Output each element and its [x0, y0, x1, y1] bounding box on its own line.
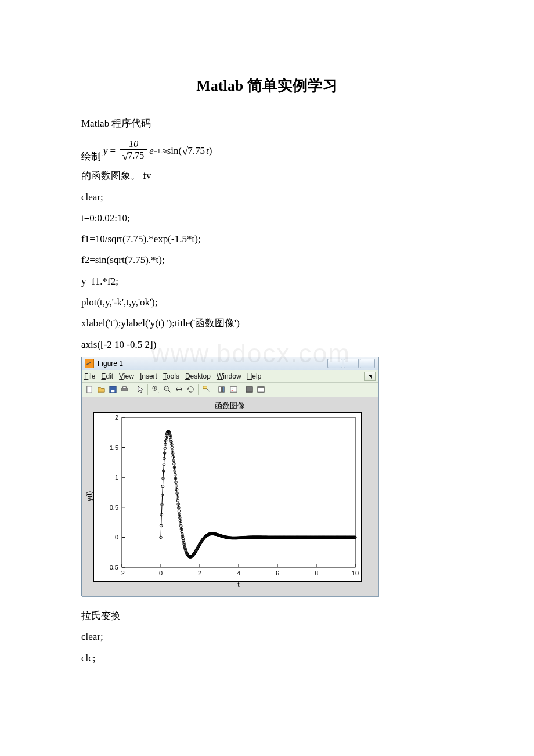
- svg-text:0: 0: [115, 534, 118, 541]
- menu-bar: File Edit View Insert Tools Desktop Wind…: [82, 370, 378, 383]
- menu-help[interactable]: Help: [247, 372, 262, 380]
- menu-dropdown-icon[interactable]: ◥: [364, 372, 376, 381]
- doc-title: Matlab 简单实例学习: [81, 75, 453, 96]
- svg-rect-15: [222, 387, 224, 392]
- rotate-icon[interactable]: [185, 384, 196, 395]
- section-heading: Matlab 程序代码: [81, 114, 453, 133]
- menu-view[interactable]: View: [119, 372, 134, 380]
- menu-insert[interactable]: Insert: [140, 372, 157, 380]
- code-line: f2=sin(sqrt(7.75).*t);: [81, 251, 453, 269]
- toolbar: [82, 383, 378, 397]
- code-line: plot(t,y,'-k',t,y,'ok');: [81, 293, 453, 312]
- svg-text:4: 4: [237, 570, 240, 577]
- zoom-out-icon[interactable]: [161, 384, 173, 395]
- pan-icon[interactable]: [173, 384, 185, 395]
- text-line: 的函数图象。 fv: [81, 167, 453, 185]
- menu-file[interactable]: File: [84, 372, 95, 380]
- svg-line-6: [156, 390, 158, 393]
- code-line: axis([-2 10 -0.5 2]): [81, 336, 453, 354]
- svg-text:0.5: 0.5: [110, 504, 118, 511]
- svg-text:2: 2: [198, 570, 201, 577]
- legend-icon[interactable]: [228, 384, 239, 395]
- code-line: clear;: [81, 188, 453, 207]
- svg-rect-12: [203, 386, 207, 389]
- svg-text:1: 1: [115, 474, 118, 481]
- pointer-icon[interactable]: [134, 384, 146, 395]
- svg-rect-19: [246, 387, 252, 392]
- svg-text:0: 0: [159, 570, 163, 577]
- save-icon[interactable]: [107, 384, 118, 395]
- svg-text:1.5: 1.5: [110, 444, 118, 451]
- formula: y= 10 √7.75 e−1.5t sin( √7.75 t): [103, 139, 212, 163]
- minimize-button[interactable]: [327, 359, 342, 368]
- svg-text:-2: -2: [119, 570, 125, 577]
- svg-line-10: [168, 390, 170, 393]
- svg-rect-3: [121, 388, 127, 391]
- hide-tools-icon[interactable]: [243, 384, 255, 395]
- svg-rect-16: [230, 387, 236, 392]
- svg-text:-0.5: -0.5: [107, 564, 118, 571]
- code-line: clc;: [81, 649, 453, 668]
- menu-desktop[interactable]: Desktop: [185, 372, 211, 380]
- formula-row: 绘制 y= 10 √7.75 e−1.5t sin( √7.75 t): [81, 139, 453, 163]
- maximize-button[interactable]: [344, 359, 359, 368]
- figure-window: Figure 1 File Edit View Insert Tools Des…: [81, 357, 378, 596]
- text-line: 拉氏变换: [81, 607, 453, 625]
- code-line: y=f1.*f2;: [81, 272, 453, 291]
- svg-text:6: 6: [276, 570, 279, 577]
- show-tools-icon[interactable]: [255, 384, 266, 395]
- datacursor-icon[interactable]: [200, 384, 212, 395]
- matlab-icon: [85, 359, 94, 368]
- svg-text:8: 8: [315, 570, 318, 577]
- colorbar-icon[interactable]: [216, 384, 228, 395]
- svg-rect-14: [218, 387, 221, 392]
- svg-rect-22: [122, 417, 355, 567]
- svg-rect-4: [122, 387, 126, 388]
- zoom-in-icon[interactable]: [150, 384, 161, 395]
- chart-ylabel: y(t): [85, 493, 93, 501]
- chart-title: 函数图像: [85, 401, 374, 411]
- window-titlebar: Figure 1: [82, 357, 378, 370]
- svg-text:10: 10: [352, 570, 359, 577]
- print-icon[interactable]: [118, 384, 130, 395]
- chart-xlabel: t: [85, 581, 374, 589]
- menu-tools[interactable]: Tools: [163, 372, 179, 380]
- svg-rect-0: [86, 386, 91, 393]
- code-line: t=0:0.02:10;: [81, 209, 453, 228]
- menu-edit[interactable]: Edit: [101, 372, 113, 380]
- svg-line-13: [207, 389, 209, 392]
- svg-text:2: 2: [115, 414, 118, 421]
- chart-axes: -20246810-0.500.511.52: [93, 412, 362, 582]
- window-title: Figure 1: [98, 359, 123, 368]
- code-line: f1=10/sqrt(7.75).*exp(-1.5*t);: [81, 230, 453, 249]
- new-file-icon[interactable]: [84, 384, 95, 395]
- svg-rect-2: [111, 390, 114, 393]
- code-line: clear;: [81, 628, 453, 646]
- svg-rect-21: [257, 387, 264, 388]
- close-button[interactable]: [360, 359, 375, 368]
- open-file-icon[interactable]: [95, 384, 107, 395]
- plot-area: 函数图像 y(t) -20246810-0.500.511.52 t: [82, 397, 378, 596]
- draw-prefix: 绘制: [81, 150, 101, 163]
- code-line: xlabel('t');ylabel('y(t) ');title('函数图像'…: [81, 314, 453, 333]
- menu-window[interactable]: Window: [217, 372, 241, 380]
